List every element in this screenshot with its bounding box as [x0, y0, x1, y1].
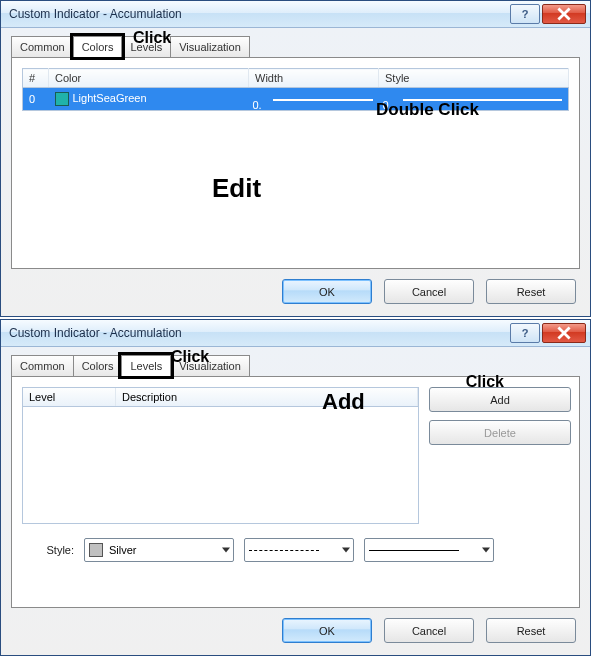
chevron-down-icon	[222, 548, 230, 553]
tab-common[interactable]: Common	[11, 36, 74, 57]
header-color: Color	[49, 69, 249, 88]
reset-button[interactable]: Reset	[486, 279, 576, 304]
levels-panel: Click Add Level Description Add Delete S…	[11, 376, 580, 608]
delete-button[interactable]: Delete	[429, 420, 571, 445]
cell-color: LightSeaGreen	[49, 88, 249, 111]
header-description: Description	[116, 388, 418, 406]
levels-list[interactable]: Level Description	[22, 387, 419, 524]
width-preview-icon	[369, 550, 459, 551]
dialog-colors: Custom Indicator - Accumulation ? Click …	[0, 0, 591, 317]
cell-width: 0.	[249, 88, 379, 111]
dash-preview-icon	[249, 550, 319, 551]
close-icon	[557, 7, 571, 21]
cancel-button[interactable]: Cancel	[384, 618, 474, 643]
tab-common[interactable]: Common	[11, 355, 74, 376]
ok-button[interactable]: OK	[282, 279, 372, 304]
ok-button[interactable]: OK	[282, 618, 372, 643]
table-row[interactable]: 0 LightSeaGreen 0. 0.	[23, 88, 569, 111]
cell-style: 0.	[379, 88, 569, 111]
color-swatch-icon	[55, 92, 69, 106]
close-icon	[557, 326, 571, 340]
body: Common Colors Levels Visualization # Col…	[1, 28, 590, 316]
tabstrip: Common Colors Levels Visualization	[11, 36, 580, 57]
colors-panel: # Color Width Style 0 LightSeaGreen 0.	[11, 57, 580, 269]
color-swatch-icon	[89, 543, 103, 557]
body: Common Colors Levels Visualization Click…	[1, 347, 590, 655]
tab-visualization[interactable]: Visualization	[170, 36, 250, 57]
button-row: OK Cancel Reset	[11, 608, 580, 645]
header-width: Width	[249, 69, 379, 88]
header-index: #	[23, 69, 49, 88]
tab-colors[interactable]: Colors	[73, 355, 123, 376]
tab-visualization[interactable]: Visualization	[170, 355, 250, 376]
close-button[interactable]	[542, 323, 586, 343]
help-button[interactable]: ?	[510, 323, 540, 343]
color-name: Silver	[109, 544, 137, 556]
cancel-button[interactable]: Cancel	[384, 279, 474, 304]
side-buttons: Add Delete	[429, 387, 569, 524]
reset-button[interactable]: Reset	[486, 618, 576, 643]
tab-levels[interactable]: Levels	[121, 355, 171, 376]
window-title: Custom Indicator - Accumulation	[9, 7, 508, 21]
list-header: Level Description	[23, 388, 418, 407]
style-row: Style: Silver	[22, 538, 569, 562]
chevron-down-icon	[342, 548, 350, 553]
tabstrip: Common Colors Levels Visualization	[11, 355, 580, 376]
style-dash-combo[interactable]	[244, 538, 354, 562]
chevron-down-icon	[482, 548, 490, 553]
add-button[interactable]: Add	[429, 387, 571, 412]
style-label: Style:	[24, 544, 74, 556]
cell-index: 0	[23, 88, 49, 111]
titlebar[interactable]: Custom Indicator - Accumulation ?	[1, 1, 590, 28]
header-style: Style	[379, 69, 569, 88]
style-color-combo[interactable]: Silver	[84, 538, 234, 562]
style-width-combo[interactable]	[364, 538, 494, 562]
help-button[interactable]: ?	[510, 4, 540, 24]
button-row: OK Cancel Reset	[11, 269, 580, 306]
colors-table[interactable]: # Color Width Style 0 LightSeaGreen 0.	[22, 68, 569, 111]
tab-levels[interactable]: Levels	[121, 36, 171, 57]
header-level: Level	[23, 388, 116, 406]
titlebar[interactable]: Custom Indicator - Accumulation ?	[1, 320, 590, 347]
close-button[interactable]	[542, 4, 586, 24]
window-title: Custom Indicator - Accumulation	[9, 326, 508, 340]
dialog-levels: Custom Indicator - Accumulation ? Click …	[0, 319, 591, 656]
table-header-row: # Color Width Style	[23, 69, 569, 88]
tab-colors[interactable]: Colors	[73, 36, 123, 57]
